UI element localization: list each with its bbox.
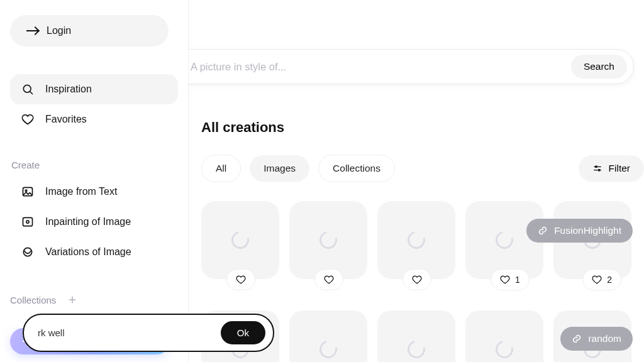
creation-card[interactable] — [377, 310, 455, 362]
like-count: 2 — [607, 275, 612, 285]
tag-label: FusionHighlight — [554, 225, 621, 236]
tab-all[interactable]: All — [201, 155, 241, 182]
filter-button[interactable]: Filter — [579, 155, 644, 182]
main: Search All creations All Images Collecti… — [189, 0, 644, 362]
sidebar-item-label: Inspiration — [45, 84, 92, 95]
create-group: Image from Text Inpainting of Image Vari… — [10, 177, 178, 267]
like-button[interactable] — [402, 269, 431, 290]
page-title: All creations — [201, 119, 644, 136]
tab-images[interactable]: Images — [250, 155, 309, 182]
thumbnail-loading — [377, 201, 455, 279]
collection-tag-random[interactable]: random — [560, 327, 633, 351]
nav-group: Inspiration Favorites — [10, 74, 178, 134]
creation-card[interactable] — [289, 310, 367, 362]
heart-icon — [500, 275, 510, 285]
tag-label: random — [588, 333, 621, 344]
sidebar-item-variations[interactable]: Variations of Image — [10, 237, 178, 267]
creation-card[interactable] — [201, 201, 279, 279]
sidebar-item-inspiration[interactable]: Inspiration — [10, 74, 178, 104]
sidebar-item-image-from-text[interactable]: Image from Text — [10, 177, 178, 207]
search-bar: Search — [189, 49, 634, 84]
sidebar-item-label: Variations of Image — [45, 246, 131, 258]
svg-point-3 — [25, 190, 27, 192]
login-button[interactable]: Login — [10, 15, 169, 47]
spinner-icon — [492, 228, 516, 252]
like-button[interactable] — [314, 269, 343, 290]
svg-rect-4 — [23, 217, 33, 226]
search-input[interactable] — [191, 61, 571, 73]
cookie-toast: rk well Ok — [23, 314, 274, 352]
sliders-icon — [592, 163, 602, 173]
creation-card[interactable] — [465, 310, 543, 362]
variations-icon — [21, 246, 34, 258]
spinner-icon — [404, 337, 428, 361]
thumbnail-loading — [289, 310, 367, 362]
collections-heading: Collections — [10, 295, 56, 305]
like-count: 1 — [515, 275, 520, 285]
thumbnail-loading — [465, 310, 543, 362]
login-label: Login — [47, 25, 71, 36]
heart-icon — [21, 113, 34, 126]
thumbnail-loading — [377, 310, 455, 362]
arrow-right-icon — [26, 30, 38, 31]
like-button[interactable]: 2 — [582, 269, 621, 290]
like-button[interactable] — [226, 269, 255, 290]
image-icon — [21, 185, 34, 198]
spinner-icon — [316, 337, 340, 361]
sidebar-item-label: Favorites — [45, 114, 87, 125]
spinner-icon — [404, 228, 428, 252]
creation-card[interactable] — [377, 201, 455, 279]
sidebar-item-favorites[interactable]: Favorites — [10, 104, 178, 134]
creation-card[interactable] — [289, 201, 367, 279]
thumbnail-loading — [289, 201, 367, 279]
spinner-icon — [316, 228, 340, 252]
add-collection-button[interactable] — [65, 292, 80, 307]
inpaint-icon — [21, 216, 34, 228]
create-heading: Create — [10, 160, 178, 170]
heart-icon — [324, 275, 334, 285]
sidebar: Login Inspiration Favorites Create — [0, 0, 189, 362]
spinner-icon — [492, 337, 516, 361]
spinner-icon — [228, 228, 252, 252]
sidebar-item-label: Inpainting of Image — [45, 216, 131, 228]
search-button[interactable]: Search — [571, 55, 627, 79]
sidebar-item-inpainting[interactable]: Inpainting of Image — [10, 207, 178, 237]
like-button[interactable]: 1 — [491, 269, 530, 290]
heart-icon — [236, 275, 246, 285]
filter-label: Filter — [609, 163, 630, 174]
collection-tag-fusionhighlight[interactable]: FusionHighlight — [526, 219, 633, 243]
heart-icon — [592, 275, 602, 285]
collections-heading-row: Collections — [10, 292, 178, 307]
svg-line-1 — [30, 92, 33, 94]
toast-message: rk well — [38, 327, 65, 338]
toast-ok-button[interactable]: Ok — [221, 321, 265, 344]
filter-row: All Images Collections Filter — [201, 155, 644, 182]
link-icon — [572, 334, 582, 344]
sidebar-item-label: Image from Text — [45, 186, 117, 197]
heart-icon — [412, 275, 422, 285]
thumbnail-loading — [201, 201, 279, 279]
link-icon — [538, 226, 548, 236]
svg-point-5 — [26, 221, 29, 223]
tab-collections[interactable]: Collections — [318, 155, 395, 182]
search-icon — [21, 83, 34, 96]
